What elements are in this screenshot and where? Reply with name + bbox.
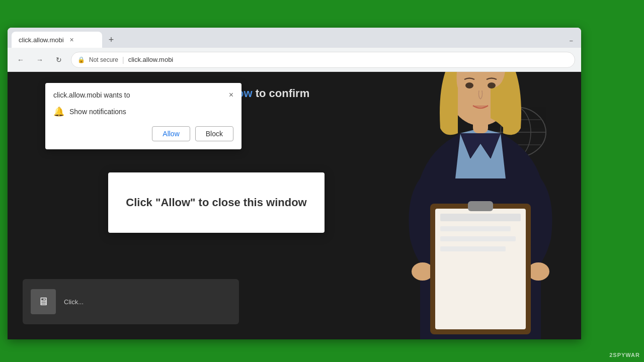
popup-header: click.allow.mobi wants to × xyxy=(53,91,233,99)
minimize-button[interactable]: − xyxy=(569,37,573,45)
back-icon: ← xyxy=(17,56,24,64)
click-allow-text-after: to confirm xyxy=(253,87,310,100)
reload-icon: ↻ xyxy=(56,56,62,64)
new-tab-button[interactable]: + xyxy=(104,33,118,47)
svg-rect-15 xyxy=(440,236,516,241)
url-text: click.allow.mobi xyxy=(128,56,174,63)
card-text: Click... xyxy=(64,298,84,306)
browser-tab[interactable]: click.allow.mobi × xyxy=(12,32,102,48)
svg-rect-13 xyxy=(440,214,521,221)
reload-button[interactable]: ↻ xyxy=(52,53,66,67)
title-bar: click.allow.mobi × + − xyxy=(8,28,581,48)
address-bar: ← → ↻ 🔒 Not secure | click.allow.mobi xyxy=(8,48,581,72)
bottom-card: 🖥 Click... xyxy=(23,279,239,324)
forward-button[interactable]: → xyxy=(33,53,47,67)
allow-button[interactable]: Allow xyxy=(152,126,190,141)
svg-rect-17 xyxy=(468,201,493,211)
watermark: 2SPYWAR xyxy=(609,352,640,358)
monitor-icon: 🖥 xyxy=(38,295,49,308)
card-icon: 🖥 xyxy=(31,289,56,314)
notification-popup: click.allow.mobi wants to × 🔔 Show notif… xyxy=(45,83,242,149)
back-button[interactable]: ← xyxy=(14,53,28,67)
center-popup-text: Click "Allow" to close this window xyxy=(126,196,306,209)
lock-icon: 🔒 xyxy=(77,56,85,63)
not-secure-label: Not secure xyxy=(89,56,118,63)
tab-close-icon[interactable]: × xyxy=(68,36,76,44)
popup-title: click.allow.mobi wants to xyxy=(53,91,130,99)
tab-title: click.allow.mobi xyxy=(19,36,64,44)
svg-point-7 xyxy=(465,82,473,88)
popup-body: 🔔 Show notifications xyxy=(53,106,233,117)
block-button[interactable]: Block xyxy=(195,126,233,141)
svg-point-8 xyxy=(488,82,496,88)
window-controls: − xyxy=(569,37,577,48)
url-separator: | xyxy=(122,56,124,64)
center-allow-popup: Click "Allow" to close this window xyxy=(108,172,325,233)
url-bar[interactable]: 🔒 Not secure | click.allow.mobi xyxy=(71,52,575,68)
popup-close-button[interactable]: × xyxy=(229,91,233,99)
person-image xyxy=(380,72,581,339)
card-text-content: Click... xyxy=(64,298,84,306)
bell-icon: 🔔 xyxy=(53,106,64,117)
svg-rect-16 xyxy=(440,246,506,251)
forward-icon: → xyxy=(36,56,43,64)
person-svg xyxy=(380,72,581,339)
svg-rect-14 xyxy=(440,226,511,231)
popup-description: Show notifications xyxy=(69,108,126,116)
browser-window: click.allow.mobi × + − ← → ↻ 🔒 Not secur… xyxy=(8,28,581,339)
popup-buttons: Allow Block xyxy=(53,126,233,141)
